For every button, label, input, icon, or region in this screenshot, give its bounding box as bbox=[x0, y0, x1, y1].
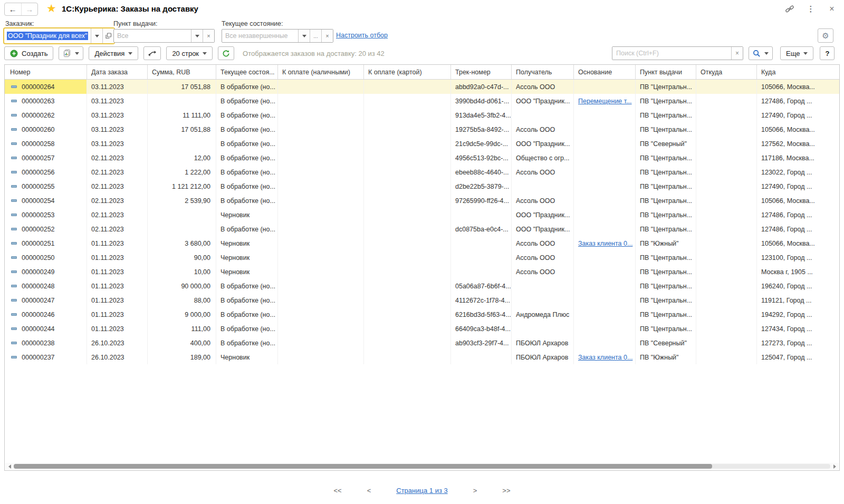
state-ellipsis-button[interactable]: ... bbox=[310, 30, 321, 42]
cell-card[interactable] bbox=[364, 265, 451, 279]
cell-pickup[interactable]: ПВ "Южный" bbox=[636, 236, 696, 250]
cell-to[interactable]: Москва г, 1905 ... bbox=[757, 265, 839, 279]
cell-state[interactable]: В обработке (но... bbox=[216, 307, 278, 322]
cell-cash[interactable] bbox=[278, 108, 364, 122]
cell-card[interactable] bbox=[364, 236, 451, 250]
cell-basis[interactable]: Перемещение т... bbox=[574, 94, 636, 108]
pagination-first[interactable]: << bbox=[334, 487, 342, 495]
cell-number[interactable]: 000000238 bbox=[5, 336, 87, 350]
table-row[interactable]: 00000024801.11.202390 000,00В обработке … bbox=[5, 279, 839, 293]
cell-to[interactable]: 123022, Город ... bbox=[757, 165, 839, 179]
cell-basis[interactable] bbox=[574, 122, 636, 137]
cell-pickup[interactable]: ПВ "Южный" bbox=[636, 350, 696, 364]
cell-basis[interactable] bbox=[574, 165, 636, 179]
cell-date[interactable]: 01.11.2023 bbox=[87, 250, 148, 265]
state-filter-field[interactable]: Все незавершенные ... × bbox=[222, 29, 333, 43]
cell-number[interactable]: 000000257 bbox=[5, 151, 87, 165]
cell-from[interactable] bbox=[696, 108, 757, 122]
cell-to[interactable]: 125047, Город ... bbox=[757, 350, 839, 364]
forward-button[interactable]: → bbox=[21, 3, 38, 15]
cell-recipient[interactable]: Ассоль ООО bbox=[512, 165, 574, 179]
cell-sum[interactable]: 12,00 bbox=[148, 151, 216, 165]
cell-basis[interactable]: Заказ клиента 0... bbox=[574, 350, 636, 364]
cell-track[interactable]: 05a06a87-6b6f-4... bbox=[451, 279, 512, 293]
cell-state[interactable]: Черновик bbox=[216, 236, 278, 250]
cell-track[interactable] bbox=[451, 350, 512, 364]
cell-recipient[interactable] bbox=[512, 279, 574, 293]
column-header-6[interactable]: К оплате (картой) bbox=[364, 65, 451, 79]
cell-state[interactable]: В обработке (но... bbox=[216, 94, 278, 108]
cell-to[interactable]: 127490, Город ... bbox=[757, 179, 839, 193]
cell-track[interactable]: 913da4e5-3fb2-4... bbox=[451, 108, 512, 122]
cell-to[interactable]: 194292, Город ... bbox=[757, 307, 839, 322]
cell-track[interactable]: 3990bd4d-d061-... bbox=[451, 94, 512, 108]
cell-sum[interactable]: 400,00 bbox=[148, 336, 216, 350]
kebab-menu-icon[interactable]: ⋮ bbox=[806, 4, 816, 14]
cell-state[interactable]: В обработке (но... bbox=[216, 322, 278, 336]
cell-recipient[interactable]: Ассоль ООО bbox=[512, 265, 574, 279]
cell-pickup[interactable]: ПВ "Центральн... bbox=[636, 265, 696, 279]
table-row[interactable]: 00000026403.11.202317 051,88В обработке … bbox=[5, 80, 839, 94]
cell-date[interactable]: 02.11.2023 bbox=[87, 222, 148, 236]
cell-sum[interactable] bbox=[148, 94, 216, 108]
cell-recipient[interactable]: Ассоль ООО bbox=[512, 250, 574, 265]
cell-date[interactable]: 03.11.2023 bbox=[87, 137, 148, 151]
search-button[interactable] bbox=[749, 46, 773, 60]
cell-state[interactable]: В обработке (но... bbox=[216, 151, 278, 165]
cell-state[interactable]: В обработке (но... bbox=[216, 165, 278, 179]
column-header-1[interactable]: Номер bbox=[5, 65, 87, 79]
cell-recipient[interactable]: Ассоль ООО bbox=[512, 193, 574, 208]
cell-track[interactable]: 4112672c-1f78-4... bbox=[451, 293, 512, 307]
cell-number[interactable]: 000000263 bbox=[5, 94, 87, 108]
cell-from[interactable] bbox=[696, 80, 757, 94]
column-header-4[interactable]: Текущее состоя... bbox=[216, 65, 278, 79]
scrollbar-thumb[interactable] bbox=[14, 464, 712, 469]
cell-recipient[interactable] bbox=[512, 179, 574, 193]
rows-count-button[interactable]: 20 строк bbox=[166, 46, 213, 60]
cell-to[interactable]: 127486, Город ... bbox=[757, 94, 839, 108]
cell-date[interactable]: 02.11.2023 bbox=[87, 151, 148, 165]
link-icon[interactable] bbox=[785, 4, 794, 14]
table-row[interactable]: 00000025402.11.20232 539,90В обработке (… bbox=[5, 193, 839, 208]
customer-open-button[interactable] bbox=[102, 28, 114, 43]
search-input[interactable] bbox=[612, 47, 731, 60]
cell-number[interactable]: 000000260 bbox=[5, 122, 87, 137]
cell-cash[interactable] bbox=[278, 137, 364, 151]
cell-track[interactable]: d2be22b5-3879-... bbox=[451, 179, 512, 193]
cell-from[interactable] bbox=[696, 165, 757, 179]
cell-number[interactable]: 000000244 bbox=[5, 322, 87, 336]
column-header-11[interactable]: Откуда bbox=[696, 65, 757, 79]
cell-cash[interactable] bbox=[278, 336, 364, 350]
cell-date[interactable]: 03.11.2023 bbox=[87, 94, 148, 108]
cell-sum[interactable]: 111,00 bbox=[148, 322, 216, 336]
scroll-left-arrow[interactable] bbox=[5, 463, 14, 470]
table-row[interactable]: 00000025502.11.20231 121 212,00В обработ… bbox=[5, 179, 839, 193]
cell-date[interactable]: 26.10.2023 bbox=[87, 350, 148, 364]
cell-track[interactable]: 6216bd3d-5f63-4... bbox=[451, 307, 512, 322]
cell-pickup[interactable]: ПВ "Центральн... bbox=[636, 165, 696, 179]
cell-recipient[interactable]: ООО "Праздник... bbox=[512, 222, 574, 236]
cell-basis[interactable] bbox=[574, 80, 636, 94]
cell-number[interactable]: 000000246 bbox=[5, 307, 87, 322]
cell-number[interactable]: 000000247 bbox=[5, 293, 87, 307]
cell-sum[interactable]: 88,00 bbox=[148, 293, 216, 307]
cell-cash[interactable] bbox=[278, 265, 364, 279]
cell-to[interactable]: 127490, Город ... bbox=[757, 108, 839, 122]
cell-cash[interactable] bbox=[278, 165, 364, 179]
cell-pickup[interactable]: ПВ "Центральн... bbox=[636, 208, 696, 222]
cell-cash[interactable] bbox=[278, 193, 364, 208]
cell-card[interactable] bbox=[364, 307, 451, 322]
cell-from[interactable] bbox=[696, 193, 757, 208]
cell-card[interactable] bbox=[364, 122, 451, 137]
cell-pickup[interactable]: ПВ "Центральн... bbox=[636, 322, 696, 336]
search-clear-button[interactable]: × bbox=[731, 47, 743, 60]
cell-basis[interactable] bbox=[574, 336, 636, 350]
cell-sum[interactable]: 17 051,88 bbox=[148, 122, 216, 137]
cell-state[interactable]: Черновик bbox=[216, 350, 278, 364]
cell-card[interactable] bbox=[364, 336, 451, 350]
cell-cash[interactable] bbox=[278, 307, 364, 322]
settings-gear-button[interactable]: ⚙ bbox=[818, 28, 833, 43]
cell-number[interactable]: 000000256 bbox=[5, 165, 87, 179]
cell-date[interactable]: 01.11.2023 bbox=[87, 265, 148, 279]
cell-sum[interactable]: 11 111,00 bbox=[148, 108, 216, 122]
